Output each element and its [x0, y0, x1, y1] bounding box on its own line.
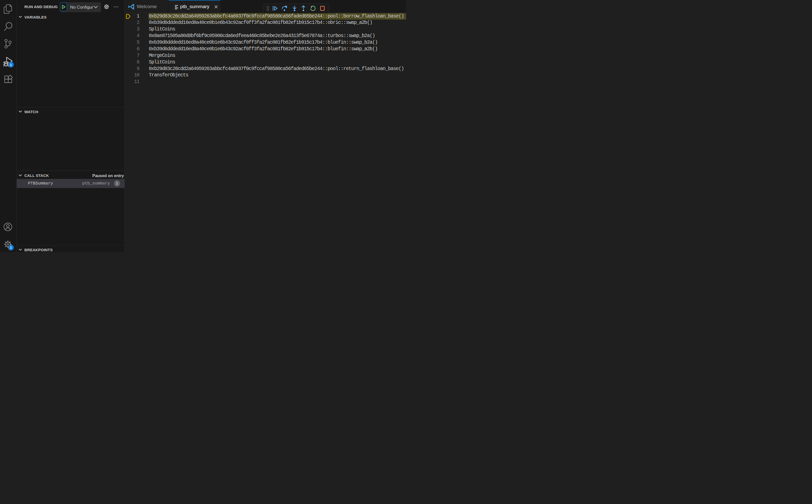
svg-text:1: 1 [10, 246, 12, 249]
svg-text:1: 1 [10, 63, 12, 67]
